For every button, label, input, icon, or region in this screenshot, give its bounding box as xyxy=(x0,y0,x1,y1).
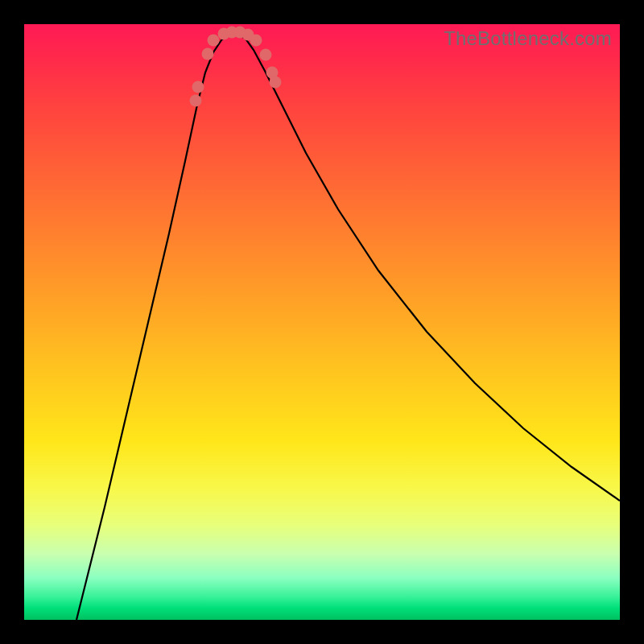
curve-marker xyxy=(190,95,202,107)
curve-marker xyxy=(192,81,204,93)
curve-marker xyxy=(202,48,214,60)
curve-marker xyxy=(250,35,262,47)
curve-marker xyxy=(270,76,282,89)
curve-marker xyxy=(260,49,272,61)
curve-markers xyxy=(190,27,282,107)
chart-frame: TheBottleneck.com xyxy=(24,24,620,620)
curve-marker xyxy=(208,35,220,47)
bottleneck-curve xyxy=(76,34,620,620)
watermark-text: TheBottleneck.com xyxy=(444,27,612,50)
curve-layer xyxy=(24,24,620,620)
